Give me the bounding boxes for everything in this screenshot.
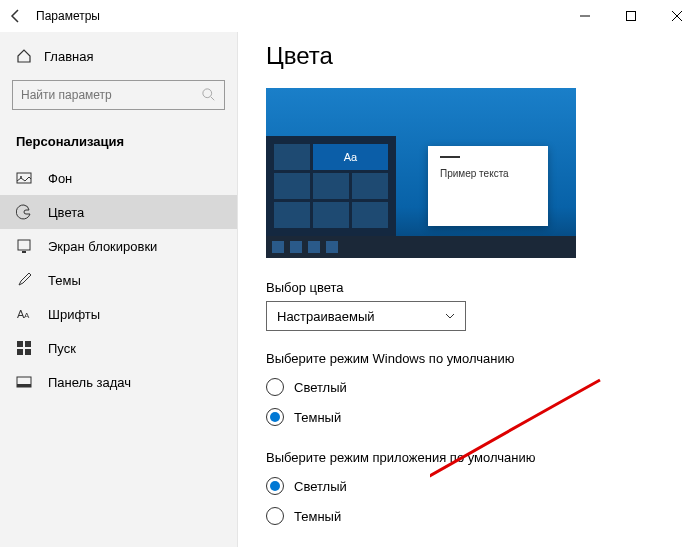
svg-line-5 (211, 97, 215, 101)
home-link[interactable]: Главная (0, 40, 237, 72)
app-mode-label: Выберите режим приложения по умолчанию (266, 450, 700, 465)
page-title: Цвета (266, 42, 700, 70)
preview-tile-aa: Aa (313, 144, 388, 170)
app-mode-dark-radio[interactable]: Темный (266, 501, 700, 531)
radio-icon (266, 477, 284, 495)
sidebar-item-colors[interactable]: Цвета (0, 195, 237, 229)
sidebar-item-themes[interactable]: Темы (0, 263, 237, 297)
maximize-icon (626, 11, 636, 21)
chevron-down-icon (445, 311, 455, 321)
preview-taskbar (266, 236, 576, 258)
sidebar-item-background[interactable]: Фон (0, 161, 237, 195)
preview-sample-text: Пример текста (440, 168, 536, 179)
font-icon: AA (16, 306, 32, 322)
sidebar-item-start[interactable]: Пуск (0, 331, 237, 365)
svg-rect-12 (17, 341, 23, 347)
windows-mode-label: Выберите режим Windows по умолчанию (266, 351, 700, 366)
dropdown-value: Настраиваемый (277, 309, 375, 324)
windows-mode-light-radio[interactable]: Светлый (266, 372, 700, 402)
svg-rect-17 (17, 384, 31, 387)
home-icon (16, 48, 32, 64)
lockscreen-icon (16, 238, 32, 254)
radio-label: Темный (294, 410, 341, 425)
sidebar-item-label: Цвета (48, 205, 84, 220)
sidebar: Главная Персонализация Фон Цвета Экран б… (0, 32, 238, 547)
svg-rect-9 (22, 251, 26, 253)
search-field[interactable] (21, 88, 202, 102)
brush-icon (16, 272, 32, 288)
svg-rect-8 (18, 240, 30, 250)
close-icon (672, 11, 682, 21)
svg-text:A: A (24, 311, 30, 320)
svg-rect-1 (627, 12, 636, 21)
radio-label: Темный (294, 509, 341, 524)
preview-start-menu: Aa (266, 136, 396, 236)
color-choice-label: Выбор цвета (266, 280, 700, 295)
search-icon (202, 88, 216, 102)
sidebar-item-fonts[interactable]: AA Шрифты (0, 297, 237, 331)
radio-label: Светлый (294, 380, 347, 395)
palette-icon (16, 204, 32, 220)
sidebar-item-label: Темы (48, 273, 81, 288)
windows-mode-dark-radio[interactable]: Темный (266, 402, 700, 432)
preview-window: Пример текста (428, 146, 548, 226)
sidebar-item-label: Пуск (48, 341, 76, 356)
svg-rect-13 (25, 341, 31, 347)
section-header: Персонализация (0, 126, 237, 161)
color-preview: Aa Пример текста (266, 88, 576, 258)
app-mode-light-radio[interactable]: Светлый (266, 471, 700, 501)
radio-icon (266, 507, 284, 525)
radio-icon (266, 408, 284, 426)
svg-point-4 (203, 89, 212, 98)
back-button[interactable] (8, 8, 24, 24)
close-button[interactable] (654, 0, 700, 32)
radio-label: Светлый (294, 479, 347, 494)
start-icon (16, 340, 32, 356)
sidebar-item-label: Фон (48, 171, 72, 186)
picture-icon (16, 170, 32, 186)
home-label: Главная (44, 49, 93, 64)
svg-rect-15 (25, 349, 31, 355)
maximize-button[interactable] (608, 0, 654, 32)
svg-rect-14 (17, 349, 23, 355)
svg-rect-6 (17, 173, 31, 183)
radio-icon (266, 378, 284, 396)
search-input[interactable] (12, 80, 225, 110)
color-choice-dropdown[interactable]: Настраиваемый (266, 301, 466, 331)
sidebar-item-label: Шрифты (48, 307, 100, 322)
window-title: Параметры (36, 9, 100, 23)
sidebar-item-taskbar[interactable]: Панель задач (0, 365, 237, 399)
sidebar-item-label: Панель задач (48, 375, 131, 390)
sidebar-item-lockscreen[interactable]: Экран блокировки (0, 229, 237, 263)
minimize-button[interactable] (562, 0, 608, 32)
arrow-left-icon (8, 8, 24, 24)
main-content: Цвета Aa Пример текста Выбор цвета Настр… (238, 32, 700, 547)
sidebar-item-label: Экран блокировки (48, 239, 157, 254)
taskbar-icon (16, 374, 32, 390)
minimize-icon (580, 11, 590, 21)
